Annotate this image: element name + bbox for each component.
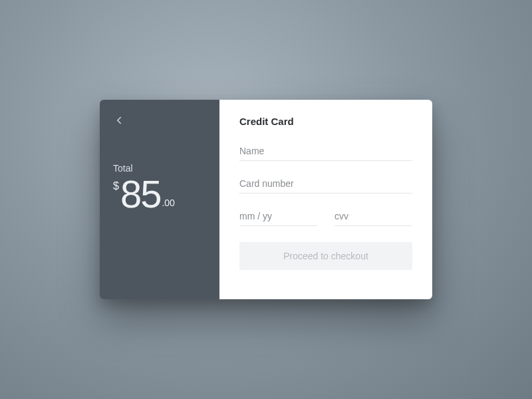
name-field[interactable] [239,142,412,161]
form-panel: Credit Card Proceed to checkout [219,100,432,299]
checkout-card: Total $ 85 .00 Credit Card Proceed to ch… [100,100,432,299]
summary-panel: Total $ 85 .00 [100,100,219,299]
total-block: Total $ 85 .00 [113,163,206,213]
total-amount: $ 85 .00 [113,175,206,213]
chevron-left-icon [113,114,125,126]
amount-decimal: .00 [162,198,174,208]
card-number-field[interactable] [239,174,412,194]
expiry-cvv-row [239,207,412,226]
amount-integer: 85 [120,175,161,213]
back-button[interactable] [113,114,125,126]
currency-symbol: $ [113,180,119,192]
form-fields [239,142,412,226]
form-title: Credit Card [239,116,412,127]
expiry-field[interactable] [239,207,317,226]
cvv-field[interactable] [334,207,412,226]
proceed-button[interactable]: Proceed to checkout [239,242,412,270]
